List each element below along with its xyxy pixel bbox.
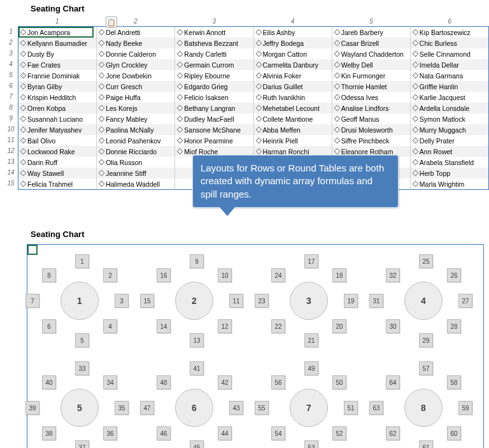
seat-cell[interactable]: Batsheva Bezzant xyxy=(175,38,253,48)
table-row[interactable]: Dusty ByDonnie CalderonRandy CarlettiMor… xyxy=(18,48,488,59)
seat-square[interactable]: 60 xyxy=(447,426,461,440)
seat-square[interactable]: 31 xyxy=(369,294,383,308)
seat-cell[interactable]: Orren Kobpa xyxy=(18,103,97,113)
seat-square[interactable]: 54 xyxy=(271,426,285,440)
seat-square[interactable]: 42 xyxy=(218,375,232,389)
seat-cell[interactable]: Heinrik Piell xyxy=(254,135,332,146)
seat-cell[interactable]: Welby Dell xyxy=(332,59,411,70)
seat-square[interactable]: 47 xyxy=(140,401,154,415)
seat-cell[interactable]: Curr Gresch xyxy=(97,81,175,92)
seat-square[interactable]: 7 xyxy=(25,294,39,308)
seat-square[interactable]: 25 xyxy=(419,254,433,268)
seat-cell[interactable]: Ann Rowet xyxy=(411,146,488,157)
seat-cell[interactable]: Donnie Ricciardo xyxy=(97,146,175,157)
seat-square[interactable]: 16 xyxy=(157,268,171,282)
seat-square[interactable]: 27 xyxy=(458,294,472,308)
seat-cell[interactable]: Olia Russon xyxy=(97,157,175,168)
seat-square[interactable]: 11 xyxy=(229,294,243,308)
seat-square[interactable]: 8 xyxy=(42,268,56,282)
seat-cell[interactable]: Eilis Ashby xyxy=(254,27,332,38)
seat-cell[interactable]: Siffre Pinchbeck xyxy=(332,135,411,146)
seat-square[interactable]: 15 xyxy=(140,294,154,308)
table-row[interactable]: Susannah LucianoFancy MableyDudley MacFa… xyxy=(18,113,488,124)
table-circle[interactable]: 7 xyxy=(290,389,328,427)
seat-cell[interactable]: Analise Lindfors xyxy=(332,103,411,113)
seat-square[interactable]: 59 xyxy=(458,401,472,415)
seat-square[interactable]: 23 xyxy=(255,294,269,308)
seat-cell[interactable]: Sansone McShane xyxy=(175,124,253,135)
table-row[interactable]: Orren KobpaLes KorejsBethany LangranMehe… xyxy=(18,103,488,113)
seat-cell[interactable]: Bethany Langran xyxy=(175,103,253,113)
table-circle[interactable]: 2 xyxy=(175,282,213,320)
seat-cell[interactable]: Paige Huffa xyxy=(97,92,175,103)
seat-square[interactable]: 1 xyxy=(75,254,89,268)
seat-cell[interactable]: Thornie Hamlet xyxy=(332,81,411,92)
seat-square[interactable]: 51 xyxy=(344,401,358,415)
seat-cell[interactable]: Kin Furmonger xyxy=(332,70,411,81)
seat-square[interactable]: 32 xyxy=(386,268,400,282)
seat-cell[interactable]: Jone Dowbekin xyxy=(97,70,175,81)
seat-square[interactable]: 33 xyxy=(75,361,89,375)
seat-cell[interactable]: Edgardo Grieg xyxy=(175,81,253,92)
table-row[interactable]: Jenifer MatyashevPaolina McNallySansone … xyxy=(18,124,488,135)
seat-square[interactable]: 2 xyxy=(103,268,117,282)
seat-cell[interactable]: Jon Acampora xyxy=(18,27,97,38)
seat-cell[interactable]: Imelda Dellar xyxy=(411,59,488,70)
seat-square[interactable]: 34 xyxy=(103,375,117,389)
seat-cell[interactable]: Abba Meffen xyxy=(254,124,332,135)
seat-cell[interactable]: Krispin Hedditch xyxy=(18,92,97,103)
seat-cell[interactable]: Delly Prater xyxy=(411,135,488,146)
table-circle[interactable]: 4 xyxy=(404,282,443,320)
seat-square[interactable]: 43 xyxy=(229,401,243,415)
seat-square[interactable]: 5 xyxy=(75,333,89,347)
paste-options-icon[interactable]: 📋 xyxy=(106,17,117,28)
table-row[interactable]: Jon AcamporaDel AndrettiKerwin AnnottEil… xyxy=(18,27,488,38)
seat-cell[interactable]: Darius Guillet xyxy=(254,81,332,92)
seat-square[interactable]: 36 xyxy=(103,426,117,440)
seat-cell[interactable]: Arabela Stansfield xyxy=(411,157,488,168)
table-circle[interactable]: 1 xyxy=(60,282,99,320)
seat-square[interactable]: 29 xyxy=(419,333,433,347)
seat-cell[interactable]: Chic Burless xyxy=(411,38,488,48)
seat-cell[interactable]: Selle Cinnamond xyxy=(411,48,488,59)
seat-cell[interactable]: Jareb Barbery xyxy=(332,27,411,38)
seat-cell[interactable]: Lockwood Rake xyxy=(18,146,97,157)
seat-square[interactable]: 20 xyxy=(332,319,346,333)
seat-cell[interactable]: Symon Matlock xyxy=(411,113,488,124)
seat-square[interactable]: 52 xyxy=(332,426,346,440)
seat-cell[interactable]: Jenifer Matyashev xyxy=(18,124,97,135)
seat-square[interactable]: 46 xyxy=(157,426,171,440)
seat-cell[interactable]: Karlie Jacquest xyxy=(411,92,488,103)
seat-cell[interactable]: Randy Carletti xyxy=(175,48,253,59)
seat-cell[interactable]: Felicia Trahmel xyxy=(18,178,97,189)
seat-cell[interactable]: Murry Muggach xyxy=(411,124,488,135)
seat-cell[interactable]: Glyn Crockley xyxy=(97,59,175,70)
table-row[interactable]: Byran GilbyCurr GreschEdgardo GriegDariu… xyxy=(18,81,488,92)
seat-cell[interactable]: Les Korejs xyxy=(97,103,175,113)
table-row[interactable]: Kellyann BaumadierNady BeekeBatsheva Bez… xyxy=(18,38,488,48)
seat-square[interactable]: 13 xyxy=(190,333,204,347)
seat-cell[interactable]: Susannah Luciano xyxy=(18,113,97,124)
table-circle[interactable]: 3 xyxy=(290,282,328,320)
seat-square[interactable]: 50 xyxy=(332,375,346,389)
seat-cell[interactable]: Frannie Dominiak xyxy=(18,70,97,81)
seat-square[interactable]: 49 xyxy=(304,361,318,375)
seat-square[interactable]: 64 xyxy=(386,375,400,389)
seat-square[interactable]: 26 xyxy=(447,268,461,282)
seat-square[interactable]: 4 xyxy=(103,319,117,333)
seat-cell[interactable]: Wayland Chadderton xyxy=(332,48,411,59)
table-circle[interactable]: 5 xyxy=(60,389,99,427)
seat-cell[interactable]: Fae Crates xyxy=(18,59,97,70)
seat-square[interactable]: 21 xyxy=(304,333,318,347)
seat-cell[interactable]: Honor Pearmine xyxy=(175,135,253,146)
seat-square[interactable]: 24 xyxy=(271,268,285,282)
seat-cell[interactable]: Byran Gilby xyxy=(18,81,97,92)
seat-cell[interactable]: Bail Olivo xyxy=(18,135,97,146)
table-row[interactable]: Bail OlivoLeonid PashenkovHonor Pearmine… xyxy=(18,135,488,146)
seat-square[interactable]: 17 xyxy=(304,254,318,268)
seat-cell[interactable]: Jeannine Stiff xyxy=(97,168,175,178)
seat-cell[interactable]: Kerwin Annott xyxy=(175,27,253,38)
seat-square[interactable]: 62 xyxy=(386,426,400,440)
round-tables-area[interactable]: 1123456782910111213141516317181920212223… xyxy=(27,244,484,448)
seat-square[interactable]: 37 xyxy=(75,440,89,448)
